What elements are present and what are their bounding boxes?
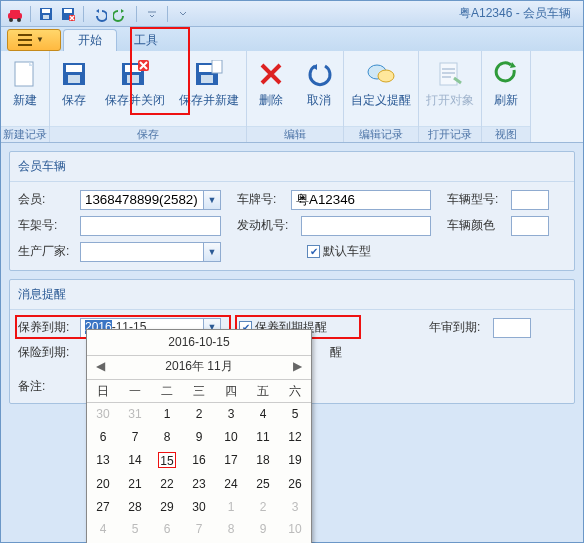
save-new-button[interactable]: 保存并新建	[172, 53, 246, 126]
qat-redo-icon[interactable]	[111, 4, 131, 24]
save-icon	[58, 58, 90, 90]
calendar-day[interactable]: 11	[247, 426, 279, 449]
calendar-day[interactable]: 30	[183, 496, 215, 519]
tab-start[interactable]: 开始	[63, 29, 117, 51]
panel-remind-title: 消息提醒	[10, 280, 574, 310]
new-button[interactable]: 新建	[1, 53, 49, 126]
svg-rect-15	[66, 65, 82, 72]
color-input[interactable]	[511, 216, 549, 236]
open-object-button[interactable]: 打开对象	[419, 53, 481, 126]
chevron-down-icon[interactable]: ▼	[203, 190, 221, 210]
qat-customize-icon[interactable]	[173, 4, 193, 24]
titlebar: 粤A12346 - 会员车辆	[1, 1, 583, 27]
calendar-day[interactable]: 10	[279, 518, 311, 541]
member-combo[interactable]: ▼	[80, 190, 221, 210]
calendar-day[interactable]: 2	[247, 496, 279, 519]
calendar-day[interactable]: 10	[215, 426, 247, 449]
annual-input[interactable]	[493, 318, 531, 338]
calendar-day[interactable]: 26	[279, 473, 311, 496]
list-icon	[18, 34, 32, 46]
qat-undo-icon[interactable]	[89, 4, 109, 24]
calendar-day[interactable]: 23	[183, 473, 215, 496]
calendar-day[interactable]: 30	[87, 403, 119, 426]
calendar-day[interactable]: 8	[215, 518, 247, 541]
app-icon[interactable]	[5, 4, 25, 24]
calendar-day[interactable]: 6	[87, 426, 119, 449]
calendar-day[interactable]: 24	[215, 473, 247, 496]
chevron-down-icon[interactable]: ▼	[203, 242, 221, 262]
plate-input[interactable]	[291, 190, 431, 210]
day-header: 四	[215, 379, 247, 403]
calendar-day[interactable]: 20	[87, 473, 119, 496]
svg-rect-19	[127, 75, 139, 83]
model-input[interactable]	[511, 190, 549, 210]
calendar-day[interactable]: 22	[151, 473, 183, 496]
member-input[interactable]	[80, 190, 203, 210]
vin-input[interactable]	[80, 216, 221, 236]
calendar-day[interactable]: 4	[87, 518, 119, 541]
custom-remind-button[interactable]: 自定义提醒	[344, 53, 418, 126]
panel-vehicle: 会员车辆 会员: ▼ 车牌号: 车辆型号: 车架号: 发动机号: 车辆颜色 生产…	[9, 151, 575, 271]
calendar-day[interactable]: 7	[183, 518, 215, 541]
group-open-record: 打开记录	[419, 126, 481, 142]
qat-dropdown-icon[interactable]	[142, 4, 162, 24]
calendar-day[interactable]: 31	[119, 403, 151, 426]
calendar-day[interactable]: 17	[215, 449, 247, 473]
save-button[interactable]: 保存	[50, 53, 98, 126]
calendar-day[interactable]: 15	[151, 449, 183, 473]
maint-label: 保养到期:	[18, 319, 76, 336]
calendar-day[interactable]: 2	[183, 403, 215, 426]
calendar-day[interactable]: 9	[183, 426, 215, 449]
calendar-day[interactable]: 12	[279, 426, 311, 449]
refresh-button[interactable]: 刷新	[482, 53, 530, 126]
calendar-grid: 日一二三四五六 30311234567891011121314151617181…	[87, 379, 311, 542]
calendar-day[interactable]: 28	[119, 496, 151, 519]
calendar-day[interactable]: 19	[279, 449, 311, 473]
group-new-record: 新建记录	[1, 126, 49, 142]
refresh-icon	[490, 58, 522, 90]
next-month-icon[interactable]: ▶	[291, 358, 305, 375]
engine-input[interactable]	[301, 216, 431, 236]
calendar-day[interactable]: 5	[279, 403, 311, 426]
delete-button[interactable]: 删除	[247, 53, 295, 126]
day-header: 一	[119, 379, 151, 403]
qat-save-close-icon[interactable]	[58, 4, 78, 24]
calendar-day[interactable]: 5	[119, 518, 151, 541]
cancel-icon	[303, 58, 335, 90]
svg-rect-5	[42, 9, 50, 13]
panel-vehicle-title: 会员车辆	[10, 152, 574, 182]
prev-month-icon[interactable]: ◀	[93, 358, 107, 375]
calendar-day[interactable]: 16	[183, 449, 215, 473]
calendar-day[interactable]: 13	[87, 449, 119, 473]
calendar-day[interactable]: 29	[151, 496, 183, 519]
qat-save-icon[interactable]	[36, 4, 56, 24]
calendar-day[interactable]: 6	[151, 518, 183, 541]
color-label: 车辆颜色	[447, 217, 507, 234]
cancel-button[interactable]: 取消	[295, 53, 343, 126]
mfr-combo[interactable]: ▼	[80, 242, 221, 262]
calendar-day[interactable]: 14	[119, 449, 151, 473]
calendar-day[interactable]: 25	[247, 473, 279, 496]
svg-rect-6	[43, 15, 49, 19]
calendar-day[interactable]: 1	[151, 403, 183, 426]
calendar-day[interactable]: 21	[119, 473, 151, 496]
calendar-day[interactable]: 3	[279, 496, 311, 519]
calendar-day[interactable]: 27	[87, 496, 119, 519]
default-model-checkbox[interactable]: ✔默认车型	[307, 243, 371, 260]
tab-tools[interactable]: 工具	[119, 29, 173, 51]
new-icon	[9, 58, 41, 90]
speech-icon	[365, 58, 397, 90]
open-icon	[434, 58, 466, 90]
calendar-day[interactable]: 4	[247, 403, 279, 426]
calendar-day[interactable]: 8	[151, 426, 183, 449]
calendar-day[interactable]: 1	[215, 496, 247, 519]
calendar-day[interactable]: 9	[247, 518, 279, 541]
quick-access-toolbar	[5, 4, 193, 24]
file-menu-button[interactable]: ▼	[7, 29, 61, 51]
calendar-day[interactable]: 7	[119, 426, 151, 449]
group-edit-record: 编辑记录	[344, 126, 418, 142]
save-close-button[interactable]: 保存并关闭	[98, 53, 172, 126]
calendar-day[interactable]: 3	[215, 403, 247, 426]
calendar-day[interactable]: 18	[247, 449, 279, 473]
mfr-input[interactable]	[80, 242, 203, 262]
